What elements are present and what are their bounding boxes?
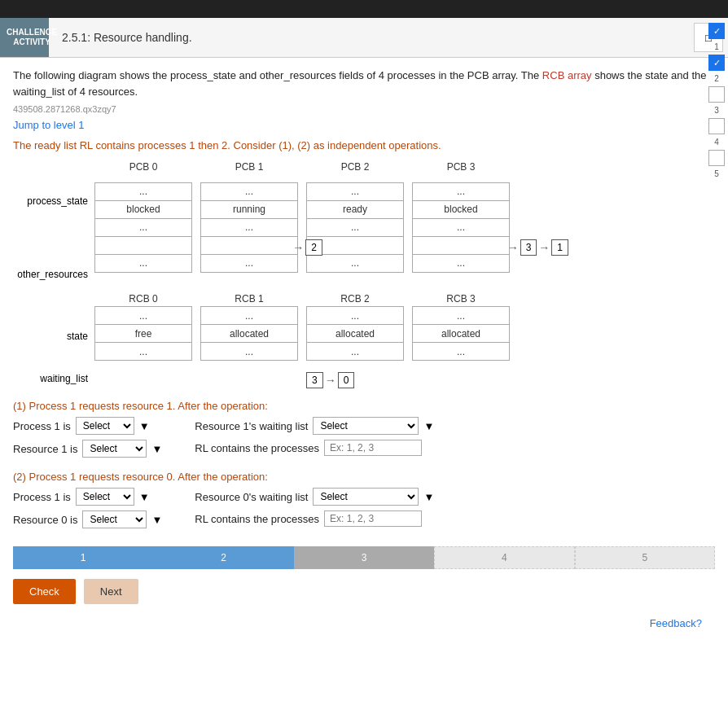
check-box-4[interactable] xyxy=(708,118,725,134)
rcb-header-2: RCB 2 xyxy=(306,293,404,305)
pcb-header-2: PCB 2 xyxy=(306,161,404,173)
feedback-link[interactable]: Feedback? xyxy=(13,614,715,633)
chevron-down-icon-1: ▼ xyxy=(139,420,150,432)
section1-label: (1) Process 1 requests resource 1. After… xyxy=(13,400,715,412)
s2-q2-label: Resource 0 is xyxy=(13,514,77,526)
check-num-4: 4 xyxy=(708,138,725,147)
s2-q3-label: Resource 0's waiting list xyxy=(195,491,308,503)
pcb-table-2: ... ready ... ... xyxy=(306,182,404,273)
progress-bar: 1 2 3 4 5 xyxy=(13,546,715,569)
progress-item-5[interactable]: 5 xyxy=(575,546,715,569)
rcb-header-3: RCB 3 xyxy=(412,293,510,305)
check-box-5[interactable] xyxy=(708,150,725,166)
rcb-table-3: ... allocated ... xyxy=(412,306,510,361)
jump-link[interactable]: Jump to level 1 xyxy=(13,119,84,131)
s1-q1-select[interactable]: Select blocked running ready xyxy=(76,417,134,435)
section1: (1) Process 1 requests resource 1. After… xyxy=(13,400,715,462)
chevron-down-icon-4: ▼ xyxy=(139,491,150,503)
description: The following diagram shows the process_… xyxy=(13,68,715,99)
header: CHALLENGE ACTIVITY 2.5.1: Resource handl… xyxy=(0,18,728,58)
rcb-row-label-state: state xyxy=(13,331,94,342)
challenge-label: CHALLENGE ACTIVITY xyxy=(0,18,49,57)
arrow-right-icon-4: → xyxy=(325,374,336,387)
pcb-row-label-other-resources: other_resources xyxy=(13,269,94,280)
rcb-header-0: RCB 0 xyxy=(94,293,192,305)
chevron-down-icon-3: ▼ xyxy=(423,420,434,432)
check-box-1[interactable]: ✓ xyxy=(708,23,725,39)
s1-q1-label: Process 1 is xyxy=(13,420,71,432)
right-panel: ✓ 1 ✓ 2 3 4 5 xyxy=(705,18,728,183)
pcb-header-0: PCB 0 xyxy=(94,161,192,173)
top-bar xyxy=(0,0,728,18)
pcb-table-3: ... blocked ... ... xyxy=(412,182,510,273)
section2-label: (2) Process 1 requests resource 0. After… xyxy=(13,471,715,483)
progress-item-2[interactable]: 2 xyxy=(153,546,293,569)
question-text: The ready list RL contains processes 1 t… xyxy=(13,139,715,151)
pcb-header-1: PCB 1 xyxy=(200,161,298,173)
pcb-table-0: ... blocked ... ... xyxy=(94,182,192,273)
button-row: Check Next xyxy=(13,579,715,604)
check-box-2[interactable]: ✓ xyxy=(708,55,725,71)
section2: (2) Process 1 requests resource 0. After… xyxy=(13,471,715,533)
s2-q4-label: RL contains the processes xyxy=(195,513,319,525)
rcb-table-1: ... allocated ... xyxy=(200,306,298,361)
chevron-down-icon-6: ▼ xyxy=(423,491,434,503)
chevron-down-icon-2: ▼ xyxy=(151,443,162,455)
progress-item-4[interactable]: 4 xyxy=(434,546,574,569)
progress-item-1[interactable]: 1 xyxy=(13,546,153,569)
arrow-right-icon-2: → xyxy=(507,241,519,254)
s1-q2-label: Resource 1 is xyxy=(13,443,77,455)
rcb2-arrow-box-a: 3 xyxy=(306,372,323,388)
rcb-header-1: RCB 1 xyxy=(200,293,298,305)
s1-q2-select[interactable]: Select free allocated xyxy=(82,440,147,458)
chevron-down-icon-5: ▼ xyxy=(151,514,162,526)
check-num-2: 2 xyxy=(708,74,725,83)
s2-q1-label: Process 1 is xyxy=(13,491,71,503)
rcb-row-label-waiting-list: waiting_list xyxy=(13,373,94,384)
pcb-header-3: PCB 3 xyxy=(412,161,510,173)
s1-q4-label: RL contains the processes xyxy=(195,442,319,454)
rcb-table-0: ... free ... xyxy=(94,306,192,361)
next-button[interactable]: Next xyxy=(84,579,138,604)
check-button[interactable]: Check xyxy=(13,579,76,604)
s2-q3-select[interactable]: Select empty contains 1 contains 2 conta… xyxy=(313,488,419,506)
check-box-3[interactable] xyxy=(708,86,725,103)
check-num-1: 1 xyxy=(708,42,725,51)
s2-q1-select[interactable]: Select blocked running ready xyxy=(76,488,134,506)
pcb1-arrow-box: 2 xyxy=(305,239,322,256)
s1-q4-input[interactable] xyxy=(324,440,422,456)
s2-q4-input[interactable] xyxy=(324,510,422,527)
session-id: 439508.2871268.qx3zqy7 xyxy=(13,104,715,114)
pcb3-arrow-box-b: 1 xyxy=(551,239,568,256)
arrow-right-icon-3: → xyxy=(538,241,550,254)
check-num-3: 3 xyxy=(708,106,725,115)
pcb-table-1: ... running ... ... xyxy=(200,182,298,273)
rcb2-arrow-box-b: 0 xyxy=(338,372,355,388)
rcb-table-2: ... allocated ... xyxy=(306,306,404,361)
pcb-row-label-process-state: process_state xyxy=(13,195,94,207)
pcb3-arrow-box-a: 3 xyxy=(520,239,537,256)
s1-q3-select[interactable]: Select empty contains 1 contains 2 conta… xyxy=(313,417,419,435)
arrow-right-icon: → xyxy=(292,241,304,254)
s1-q3-label: Resource 1's waiting list xyxy=(195,420,308,432)
header-title: 2.5.1: Resource handling. xyxy=(49,18,689,57)
progress-item-3[interactable]: 3 xyxy=(294,546,434,569)
check-num-5: 5 xyxy=(708,169,725,178)
s2-q2-select[interactable]: Select free allocated xyxy=(82,510,147,528)
